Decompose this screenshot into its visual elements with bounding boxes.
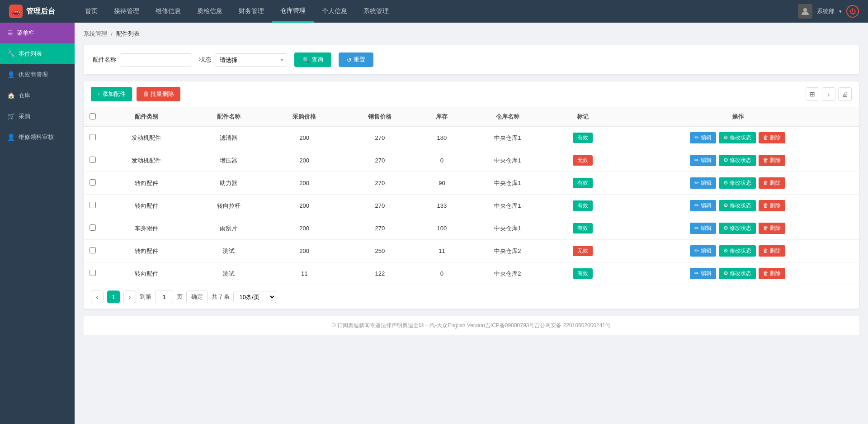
cell-actions-6: ✏ 编辑 ⚙ 修改状态 🗑 删除 bbox=[616, 262, 859, 285]
name-input[interactable] bbox=[120, 53, 192, 67]
page-goto-input[interactable] bbox=[155, 291, 173, 303]
edit-button-2[interactable]: ✏ 编辑 bbox=[690, 177, 716, 189]
cell-warehouse-6: 中央仓库2 bbox=[466, 262, 549, 285]
change-status-button-5[interactable]: ⚙ 修改状态 bbox=[719, 245, 756, 257]
delete-button-5[interactable]: 🗑 删除 bbox=[759, 245, 785, 257]
edit-button-4[interactable]: ✏ 编辑 bbox=[690, 223, 716, 234]
sidebar-item-warehouse[interactable]: 🏠 仓库 bbox=[0, 85, 75, 106]
action-buttons-5: ✏ 编辑 ⚙ 修改状态 🗑 删除 bbox=[621, 245, 854, 257]
delete-button-6[interactable]: 🗑 删除 bbox=[759, 268, 785, 279]
main-content: 系统管理 / 配件列表 配件名称 状态 请选择 有效 无效 ▾ bbox=[75, 23, 868, 424]
user-name[interactable]: 系统部 bbox=[817, 7, 835, 15]
col-category: 配件类别 bbox=[102, 107, 191, 127]
page-size-select[interactable]: 10条/页 20条/页 50条/页 bbox=[233, 291, 276, 303]
row-select-3[interactable] bbox=[90, 202, 96, 208]
cell-category-3: 转向配件 bbox=[102, 195, 191, 217]
row-select-1[interactable] bbox=[90, 157, 96, 163]
print-button[interactable]: 🖨 bbox=[838, 87, 852, 101]
delete-button-3[interactable]: 🗑 删除 bbox=[759, 200, 785, 211]
edit-button-6[interactable]: ✏ 编辑 bbox=[690, 268, 716, 279]
nav-item-home[interactable]: 首页 bbox=[77, 0, 106, 23]
nav-item-personal[interactable]: 个人信息 bbox=[314, 0, 355, 23]
avatar bbox=[798, 4, 812, 19]
app-logo: 🚗 管理后台 bbox=[9, 5, 63, 18]
status-badge-4: 有效 bbox=[573, 223, 593, 233]
search-button[interactable]: 🔍 查询 bbox=[294, 52, 331, 67]
change-status-button-4[interactable]: ⚙ 修改状态 bbox=[719, 223, 756, 234]
edit-button-5[interactable]: ✏ 编辑 bbox=[690, 245, 716, 257]
cell-sale-5: 250 bbox=[342, 240, 418, 262]
row-select-6[interactable] bbox=[90, 270, 96, 276]
pagination: ‹ 1 › 到第 页 确定 共 7 条 10条/页 20条/页 50条/页 bbox=[84, 285, 859, 309]
sidebar-item-label-menu: 菜单栏 bbox=[17, 29, 34, 37]
nav-item-finance[interactable]: 财务管理 bbox=[231, 0, 272, 23]
change-status-button-6[interactable]: ⚙ 修改状态 bbox=[719, 268, 756, 279]
edit-button-3[interactable]: ✏ 编辑 bbox=[690, 200, 716, 211]
change-status-button-0[interactable]: ⚙ 修改状态 bbox=[719, 132, 756, 143]
row-select-4[interactable] bbox=[90, 224, 96, 231]
status-label: 状态 bbox=[199, 56, 211, 64]
row-select-2[interactable] bbox=[90, 179, 96, 186]
cell-name-3: 转向拉杆 bbox=[191, 195, 266, 217]
sidebar-item-purchase[interactable]: 🛒 采购 bbox=[0, 106, 75, 127]
sidebar-item-supplier[interactable]: 👤 供应商管理 bbox=[0, 64, 75, 85]
sidebar-item-repair-audit[interactable]: 👤 维修领料审核 bbox=[0, 127, 75, 148]
status-badge-0: 有效 bbox=[573, 133, 593, 143]
delete-button-4[interactable]: 🗑 删除 bbox=[759, 223, 785, 234]
toolbar-right: ⊞ ↓ 🖨 bbox=[806, 87, 852, 101]
cell-sale-2: 270 bbox=[342, 172, 418, 195]
row-select-0[interactable] bbox=[90, 134, 96, 140]
delete-button-2[interactable]: 🗑 删除 bbox=[759, 177, 785, 189]
add-part-button[interactable]: + 添加配件 bbox=[91, 87, 132, 101]
logout-button[interactable]: ⏻ bbox=[846, 5, 859, 18]
repair-audit-icon: 👤 bbox=[7, 133, 15, 141]
sidebar-item-label-repair-audit: 维修领料审核 bbox=[19, 133, 54, 141]
col-stock: 库存 bbox=[418, 107, 466, 127]
cell-name-0: 滤清器 bbox=[191, 127, 266, 149]
page-1-button[interactable]: 1 bbox=[107, 291, 120, 303]
change-status-button-2[interactable]: ⚙ 修改状态 bbox=[719, 177, 756, 189]
nav-item-reception[interactable]: 接待管理 bbox=[106, 0, 147, 23]
grid-view-button[interactable]: ⊞ bbox=[806, 87, 819, 101]
table-row: 发动机配件 增压器 200 270 0 中央仓库1 无效 ✏ 编辑 ⚙ 修改状态… bbox=[84, 149, 859, 172]
cell-warehouse-3: 中央仓库1 bbox=[466, 195, 549, 217]
dropdown-arrow-icon[interactable]: ▾ bbox=[839, 9, 842, 14]
table-container: + 添加配件 🗑 批量删除 ⊞ ↓ 🖨 bbox=[84, 81, 859, 309]
cell-name-5: 测试 bbox=[191, 240, 266, 262]
download-button[interactable]: ↓ bbox=[822, 87, 835, 101]
edit-button-1[interactable]: ✏ 编辑 bbox=[690, 155, 716, 166]
cell-category-1: 发动机配件 bbox=[102, 149, 191, 172]
cell-purchase-3: 200 bbox=[267, 195, 342, 217]
sidebar-item-label-parts: 零件列表 bbox=[19, 50, 42, 58]
cell-category-0: 发动机配件 bbox=[102, 127, 191, 149]
sidebar-item-parts[interactable]: 🔧 零件列表 bbox=[0, 43, 75, 64]
parts-table: 配件类别 配件名称 采购价格 销售价格 库存 仓库名称 标记 操作 发动机配 bbox=[84, 107, 859, 285]
row-checkbox-6 bbox=[84, 262, 102, 285]
cell-purchase-4: 200 bbox=[267, 217, 342, 240]
prev-page-button[interactable]: ‹ bbox=[91, 291, 104, 303]
nav-item-repair[interactable]: 维修信息 bbox=[147, 0, 189, 23]
nav-item-quality[interactable]: 质检信息 bbox=[189, 0, 231, 23]
delete-button-1[interactable]: 🗑 删除 bbox=[759, 155, 785, 166]
breadcrumb-current: 配件列表 bbox=[116, 30, 140, 38]
change-status-button-3[interactable]: ⚙ 修改状态 bbox=[719, 200, 756, 211]
status-select[interactable]: 请选择 有效 无效 bbox=[215, 53, 287, 67]
sidebar-item-menu[interactable]: ☰ 菜单栏 bbox=[0, 23, 75, 43]
goto-page-confirm-button[interactable]: 确定 bbox=[186, 291, 208, 303]
delete-button-0[interactable]: 🗑 删除 bbox=[759, 132, 785, 143]
edit-button-0[interactable]: ✏ 编辑 bbox=[690, 132, 716, 143]
breadcrumb-separator: / bbox=[111, 31, 113, 38]
cell-actions-1: ✏ 编辑 ⚙ 修改状态 🗑 删除 bbox=[616, 149, 859, 172]
row-checkbox-4 bbox=[84, 217, 102, 240]
next-page-button[interactable]: › bbox=[123, 291, 136, 303]
nav-item-warehouse[interactable]: 仓库管理 bbox=[272, 0, 314, 23]
select-all-checkbox[interactable] bbox=[90, 113, 96, 119]
reset-button[interactable]: ↺ 重置 bbox=[339, 52, 373, 67]
row-select-5[interactable] bbox=[90, 247, 96, 253]
change-status-button-1[interactable]: ⚙ 修改状态 bbox=[719, 155, 756, 166]
nav-item-system[interactable]: 系统管理 bbox=[355, 0, 397, 23]
cell-status-3: 有效 bbox=[549, 195, 617, 217]
nav-right: 系统部 ▾ ⏻ bbox=[798, 4, 859, 19]
batch-delete-button[interactable]: 🗑 批量删除 bbox=[137, 87, 180, 101]
cell-name-4: 雨刮片 bbox=[191, 217, 266, 240]
